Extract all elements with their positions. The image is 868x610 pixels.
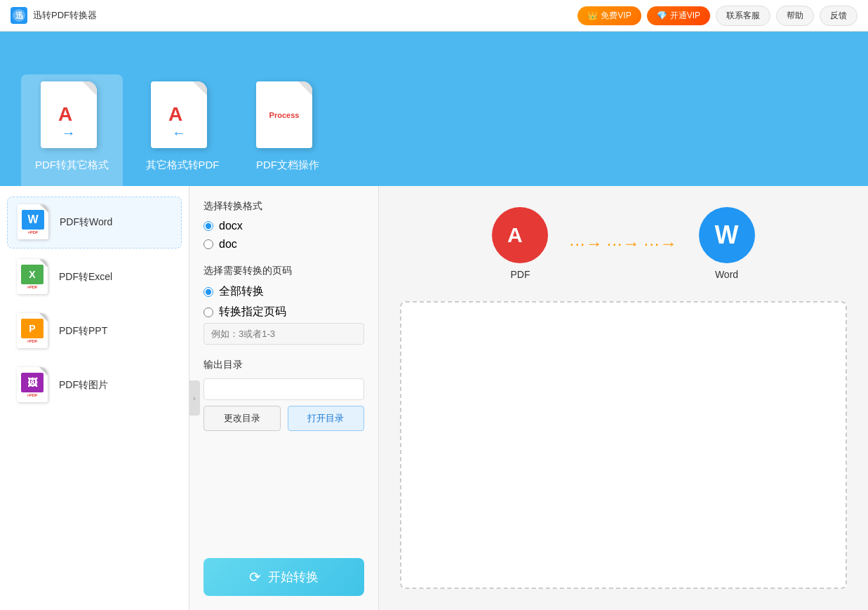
format-radio-group: docx doc bbox=[203, 220, 364, 251]
conversion-visual: A PDF ···→ ···→ ···→ W Word bbox=[492, 207, 754, 280]
top-nav: A → PDF转其它格式 A ← 其它格式转PDF Process bbox=[0, 32, 868, 186]
page-all-option[interactable]: 全部转换 bbox=[203, 284, 364, 299]
nav-item-pdf-process[interactable]: Process PDF文档操作 bbox=[242, 81, 333, 186]
crown-icon: 👑 bbox=[587, 11, 598, 20]
output-dir-input[interactable] bbox=[203, 378, 364, 400]
nav-icon-pdf-to-other: A → bbox=[41, 81, 104, 152]
sidebar-item-pdf-to-img[interactable]: 🖼 >PDF PDF转图片 bbox=[7, 360, 182, 411]
vip-icon: 💎 bbox=[657, 11, 667, 20]
app-title: 迅转PDF转换器 bbox=[33, 9, 97, 22]
middle-panel: 选择转换格式 docx doc 选择需要转换的页码 全部转换 bbox=[189, 186, 379, 610]
sidebar-item-pdf-to-excel[interactable]: X >PDF PDF转Excel bbox=[7, 252, 182, 303]
change-dir-button[interactable]: 更改目录 bbox=[203, 406, 281, 431]
nav-icon-pdf-process: Process bbox=[256, 81, 319, 152]
svg-text:A: A bbox=[58, 103, 72, 125]
format-doc-option[interactable]: doc bbox=[203, 238, 364, 251]
format-doc-radio[interactable] bbox=[203, 239, 213, 249]
ppt-file-icon: P >PDF bbox=[17, 313, 51, 350]
page-range-input[interactable] bbox=[203, 323, 364, 345]
sidebar-label-pdf-to-ppt: PDF转PPT bbox=[59, 325, 107, 338]
dir-buttons: 更改目录 打开目录 bbox=[203, 406, 364, 431]
page-all-label: 全部转换 bbox=[219, 284, 264, 299]
feedback-button[interactable]: 反馈 bbox=[820, 6, 857, 26]
right-panel: A PDF ···→ ···→ ···→ W Word bbox=[379, 186, 868, 610]
app-logo: 迅 bbox=[11, 7, 27, 24]
main-content: W >PDF PDF转Word X >PDF PDF转Excel bbox=[0, 186, 868, 610]
nav-icon-other-to-pdf: A ← bbox=[151, 81, 214, 152]
contact-button[interactable]: 联系客服 bbox=[716, 6, 770, 26]
open-dir-button[interactable]: 打开目录 bbox=[288, 406, 365, 431]
word-target-icon: W bbox=[699, 207, 755, 263]
sidebar-collapse-button[interactable]: › bbox=[189, 380, 200, 416]
free-vip-button[interactable]: 👑 免费VIP bbox=[577, 6, 641, 25]
page-section-title: 选择需要转换的页码 bbox=[203, 265, 364, 277]
page-section: 选择需要转换的页码 全部转换 转换指定页码 bbox=[203, 265, 364, 345]
format-docx-option[interactable]: docx bbox=[203, 220, 364, 232]
sidebar-item-pdf-to-ppt[interactable]: P >PDF PDF转PPT bbox=[7, 306, 182, 357]
nav-label-other-to-pdf: 其它格式转PDF bbox=[146, 159, 220, 172]
page-specified-label: 转换指定页码 bbox=[219, 305, 286, 319]
sidebar-label-pdf-to-img: PDF转图片 bbox=[59, 379, 108, 392]
arrow-group-3: ···→ bbox=[644, 234, 678, 253]
nav-label-pdf-to-other: PDF转其它格式 bbox=[35, 159, 109, 172]
format-section-title: 选择转换格式 bbox=[203, 200, 364, 213]
page-radio-group: 全部转换 转换指定页码 bbox=[203, 284, 364, 319]
refresh-icon: ⟳ bbox=[249, 569, 261, 585]
nav-item-other-to-pdf[interactable]: A ← 其它格式转PDF bbox=[137, 81, 228, 186]
format-doc-label: doc bbox=[219, 238, 237, 251]
title-bar: 迅 迅转PDF转换器 👑 免费VIP 💎 开通VIP 联系客服 帮助 反馈 bbox=[0, 0, 868, 32]
sidebar-label-pdf-to-word: PDF转Word bbox=[60, 216, 112, 229]
img-file-icon: 🖼 >PDF bbox=[17, 367, 51, 404]
page-specified-radio[interactable] bbox=[203, 307, 213, 317]
arrow-group-1: ···→ bbox=[569, 234, 603, 253]
title-bar-left: 迅 迅转PDF转换器 bbox=[11, 7, 97, 24]
sidebar-label-pdf-to-excel: PDF转Excel bbox=[59, 271, 112, 284]
format-docx-radio[interactable] bbox=[203, 221, 213, 231]
svg-text:迅: 迅 bbox=[15, 11, 24, 20]
sidebar-item-pdf-to-word[interactable]: W >PDF PDF转Word bbox=[7, 197, 182, 248]
arrow-group-2: ···→ bbox=[606, 234, 640, 253]
target-label: Word bbox=[715, 269, 738, 280]
nav-label-pdf-process: PDF文档操作 bbox=[256, 159, 319, 172]
page-all-radio[interactable] bbox=[203, 287, 213, 297]
output-section: 输出目录 更改目录 打开目录 bbox=[203, 359, 364, 431]
format-docx-label: docx bbox=[219, 220, 243, 232]
excel-file-icon: X >PDF bbox=[17, 259, 51, 296]
svg-text:A: A bbox=[507, 223, 523, 246]
source-item: A PDF bbox=[492, 207, 548, 280]
title-bar-right: 👑 免费VIP 💎 开通VIP 联系客服 帮助 反馈 bbox=[577, 6, 857, 26]
source-label: PDF bbox=[510, 269, 530, 280]
output-section-title: 输出目录 bbox=[203, 359, 364, 371]
page-specified-option[interactable]: 转换指定页码 bbox=[203, 305, 364, 319]
start-convert-button[interactable]: ⟳ 开始转换 bbox=[203, 558, 364, 596]
nav-item-pdf-to-other[interactable]: A → PDF转其它格式 bbox=[21, 74, 123, 186]
pdf-source-icon: A bbox=[492, 207, 548, 263]
conversion-arrows: ···→ ···→ ···→ bbox=[569, 234, 677, 253]
open-vip-button[interactable]: 💎 开通VIP bbox=[647, 6, 710, 25]
help-button[interactable]: 帮助 bbox=[776, 6, 814, 26]
sidebar: W >PDF PDF转Word X >PDF PDF转Excel bbox=[0, 186, 189, 610]
svg-text:A: A bbox=[168, 103, 182, 125]
drop-zone[interactable] bbox=[400, 301, 847, 589]
target-item: W Word bbox=[699, 207, 755, 280]
format-section: 选择转换格式 docx doc bbox=[203, 200, 364, 251]
word-file-icon: W >PDF bbox=[18, 204, 51, 241]
